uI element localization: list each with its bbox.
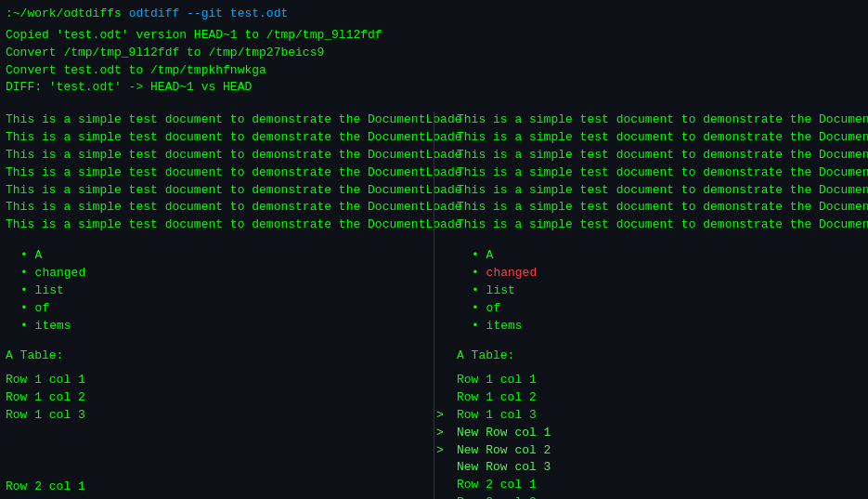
marker-new-3: > bbox=[436, 442, 449, 460]
left-list-3: of bbox=[6, 300, 428, 318]
right-new-row-1: New Row col 2 bbox=[457, 442, 868, 460]
header-line-3: Convert test.odt to /tmp/tmpkhfnwkga bbox=[6, 62, 862, 80]
command: odtdiff --git test.odt bbox=[129, 7, 289, 20]
diff-markers-col: > > > bbox=[434, 112, 451, 499]
header-lines: Copied 'test.odt' version HEAD~1 to /tmp… bbox=[0, 27, 868, 97]
header-line-4: DIFF: 'test.odt' -> HEAD~1 vs HEAD bbox=[6, 79, 862, 97]
left-text-4: This is a simple test document to demons… bbox=[6, 182, 428, 200]
left-list-2: list bbox=[6, 282, 428, 300]
left-gap-3 bbox=[6, 365, 428, 372]
right-text-2: This is a simple test document to demons… bbox=[457, 147, 868, 164]
right-text-4: This is a simple test document to demons… bbox=[457, 182, 868, 200]
prompt: :~/work/odtdiffs bbox=[6, 7, 122, 20]
marker-spacer-list bbox=[436, 234, 449, 335]
right-list-1: changed bbox=[457, 265, 868, 282]
left-text-3: This is a simple test document to demons… bbox=[6, 164, 428, 182]
left-row-1: Row 1 col 2 bbox=[6, 389, 428, 407]
header-line-2: Convert /tmp/tmp_9l12fdf to /tmp/tmp27be… bbox=[6, 45, 862, 62]
right-pane: This is a simple test document to demons… bbox=[451, 112, 868, 499]
left-table-label: A Table: bbox=[6, 348, 428, 365]
right-gap-1 bbox=[457, 234, 868, 247]
left-text-1: This is a simple test document to demons… bbox=[6, 129, 428, 147]
right-table-rows: Row 1 col 1 Row 1 col 2 Row 1 col 3 bbox=[457, 372, 868, 425]
left-text-6: This is a simple test document to demons… bbox=[6, 217, 428, 234]
right-list-0: A bbox=[457, 247, 868, 265]
left-text-0: This is a simple test document to demons… bbox=[6, 112, 428, 129]
left-list-0: A bbox=[6, 247, 428, 265]
marker-spacer-text bbox=[436, 112, 449, 234]
right-list-3: of bbox=[457, 300, 868, 318]
right-table-label: A Table: bbox=[457, 348, 868, 365]
marker-new-1: > bbox=[436, 407, 449, 425]
left-table-rows: Row 1 col 1 Row 1 col 2 Row 1 col 3 bbox=[6, 372, 428, 425]
right-gap-3 bbox=[457, 365, 868, 372]
main-content: This is a simple test document to demons… bbox=[0, 112, 868, 499]
left-pane: This is a simple test document to demons… bbox=[0, 112, 434, 499]
left-row-2: Row 1 col 3 bbox=[6, 407, 428, 425]
terminal: :~/work/odtdiffs odtdiff --git test.odt … bbox=[0, 0, 868, 499]
left-text-2: This is a simple test document to demons… bbox=[6, 147, 428, 164]
right-row2-0: Row 2 col 1 bbox=[457, 477, 868, 494]
left-list-4: items bbox=[6, 318, 428, 335]
right-row-1: Row 1 col 2 bbox=[457, 389, 868, 407]
left-table-rows2: Row 2 col 1 Row 2 col 2 Row 2 col 3 bbox=[6, 479, 428, 499]
right-list: A changed list of items bbox=[457, 247, 868, 335]
left-gap-2 bbox=[6, 335, 428, 348]
right-text-5: This is a simple test document to demons… bbox=[457, 199, 868, 217]
gap-1 bbox=[0, 98, 868, 112]
left-row-0: Row 1 col 1 bbox=[6, 372, 428, 389]
left-row2-1: Row 2 col 2 bbox=[6, 496, 428, 499]
right-text-0: This is a simple test document to demons… bbox=[457, 112, 868, 129]
marker-new-2: > bbox=[436, 425, 449, 442]
right-row-0: Row 1 col 1 bbox=[457, 372, 868, 389]
left-new-rows-spacer bbox=[6, 425, 428, 479]
right-text-3: This is a simple test document to demons… bbox=[457, 164, 868, 182]
right-pane-wrapper: > > > This is a simple test document to … bbox=[434, 112, 868, 499]
right-list-1-text: changed bbox=[486, 266, 538, 280]
title-bar: :~/work/odtdiffs odtdiff --git test.odt bbox=[0, 4, 868, 27]
right-text-lines: This is a simple test document to demons… bbox=[457, 112, 868, 234]
right-text-6: This is a simple test document to demons… bbox=[457, 217, 868, 234]
right-new-rows: New Row col 1 New Row col 2 New Row col … bbox=[457, 425, 868, 478]
left-gap-1 bbox=[6, 234, 428, 247]
left-text-lines: This is a simple test document to demons… bbox=[6, 112, 428, 234]
right-gap-2 bbox=[457, 335, 868, 348]
marker-spacer-table1 bbox=[436, 335, 449, 407]
left-list-1: changed bbox=[6, 265, 428, 282]
left-text-5: This is a simple test document to demons… bbox=[6, 199, 428, 217]
right-new-row-2: New Row col 3 bbox=[457, 459, 868, 477]
right-new-row-0: New Row col 1 bbox=[457, 425, 868, 442]
right-row-2: Row 1 col 3 bbox=[457, 407, 868, 425]
header-line-1: Copied 'test.odt' version HEAD~1 to /tmp… bbox=[6, 27, 862, 45]
right-list-2: list bbox=[457, 282, 868, 300]
right-row2-1: Row 2 col 2 bbox=[457, 494, 868, 499]
left-list: A changed list of items bbox=[6, 247, 428, 335]
right-list-4: items bbox=[457, 318, 868, 335]
right-text-1: This is a simple test document to demons… bbox=[457, 129, 868, 147]
right-table-rows2: Row 2 col 1 Row 2 col 2 Row 2 col 3 bbox=[457, 477, 868, 499]
left-row2-0: Row 2 col 1 bbox=[6, 479, 428, 496]
